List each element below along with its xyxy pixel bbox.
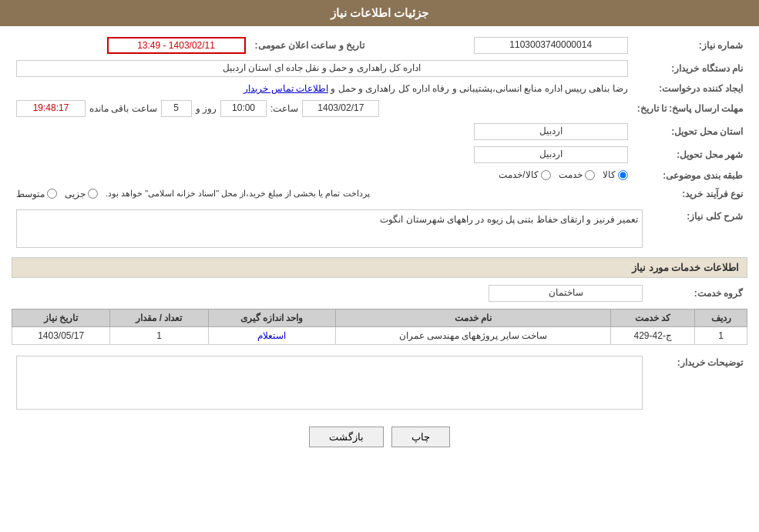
col-name: نام خدمت (335, 309, 611, 326)
need-number-label: شماره نیاز: (633, 34, 747, 57)
col-row: ردیف (695, 309, 747, 326)
province-label: استان محل تحویل: (633, 120, 747, 143)
org-name-value: اداره کل راهداری و حمل و نقل جاده ای است… (12, 57, 633, 80)
category-option-kala-khedmat[interactable]: کالا/خدمت (499, 169, 550, 180)
need-desc-label: شرح کلی نیاز: (647, 206, 747, 251)
creator-label: ایجاد کننده درخواست: (633, 80, 747, 97)
category-options: کالا/خدمت خدمت کالا (12, 166, 633, 186)
cell-qty: 1 (110, 326, 208, 344)
process-option-jozi[interactable]: جزیی (65, 189, 98, 199)
cell-code: ج-42-429 (611, 326, 695, 344)
city-value: اردبیل (12, 143, 633, 166)
cell-name: ساخت سایر پروژههای مهندسی عمران (335, 326, 611, 344)
deadline-time-label: ساعت: (270, 103, 298, 114)
city-label: شهر محل تحویل: (633, 143, 747, 166)
cell-row: 1 (695, 326, 747, 344)
deadline-remaining: 19:48:17 (16, 100, 86, 117)
deadline-remaining-label: ساعت باقی مانده (89, 103, 157, 114)
announce-date-value: 1403/02/11 - 13:49 (12, 34, 250, 57)
service-group-value: ساختمان (12, 282, 647, 305)
category-label: طبقه بندی موضوعی: (633, 166, 747, 186)
deadline-days-label: روز و (196, 103, 217, 114)
creator-link[interactable]: اطلاعات تماس خریدار (243, 83, 328, 94)
need-desc-value: تعمیر فرنیز و ارتقای حفاظ بتنی پل زیوه د… (12, 206, 647, 251)
buyer-notes-textarea[interactable] (16, 356, 643, 410)
services-section-title: اطلاعات خدمات مورد نیاز (12, 257, 747, 278)
col-date: تاریخ نیاز (12, 309, 110, 326)
cell-unit: استعلام (208, 326, 335, 344)
process-note: پرداخت تمام یا بخشی از مبلغ خرید،از محل … (106, 189, 370, 199)
back-button[interactable]: بازگشت (309, 427, 384, 447)
page-title: جزئیات اطلاعات نیاز (331, 6, 428, 19)
category-option-kala[interactable]: کالا (603, 169, 628, 180)
deadline-date: 1403/02/17 (302, 100, 379, 117)
process-option-motavaset[interactable]: متوسط (16, 189, 57, 199)
buyer-notes-label: توضیحات خریدار: (647, 353, 747, 415)
deadline-days: 5 (161, 100, 192, 117)
print-button[interactable]: چاپ (391, 427, 450, 447)
page-header: جزئیات اطلاعات نیاز (0, 0, 759, 26)
deadline-time: 10:00 (220, 100, 267, 117)
category-option-khedmat[interactable]: خدمت (559, 169, 595, 180)
service-group-label: گروه خدمت: (647, 282, 747, 305)
process-label: نوع فرآیند خرید: (633, 186, 747, 202)
buyer-notes-area[interactable] (12, 353, 647, 415)
col-code: کد خدمت (611, 309, 695, 326)
table-row: 1 ج-42-429 ساخت سایر پروژههای مهندسی عمر… (12, 326, 747, 344)
deadline-row: 19:48:17 ساعت باقی مانده 5 روز و 10:00 س… (12, 97, 633, 120)
announce-date-label: تاریخ و ساعت اعلان عمومی: (250, 34, 369, 57)
cell-date: 1403/05/17 (12, 326, 110, 344)
col-qty: تعداد / مقدار (110, 309, 208, 326)
deadline-label: مهلت ارسال پاسخ: تا تاریخ: (633, 97, 747, 120)
creator-value: رضا بناهی رییس اداره منابع انسانی،پشتیبا… (12, 80, 633, 97)
col-unit: واحد اندازه گیری (208, 309, 335, 326)
province-value: اردبیل (12, 120, 633, 143)
org-name-label: نام دستگاه خریدار: (633, 57, 747, 80)
process-row: متوسط جزیی پرداخت تمام یا بخشی از مبلغ خ… (12, 186, 633, 202)
need-number-value: 1103003740000014 (369, 34, 633, 57)
